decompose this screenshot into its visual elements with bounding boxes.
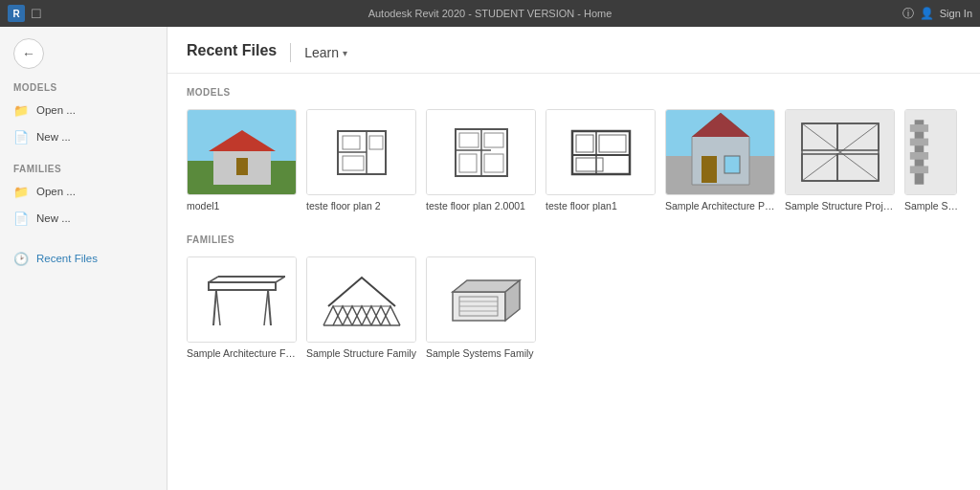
triangle-thumbnail — [307, 257, 415, 342]
models-section-header: MODELS — [187, 87, 961, 98]
box-thumbnail — [427, 257, 535, 342]
learn-chevron-icon: ▾ — [343, 48, 347, 58]
structure-svg — [797, 114, 883, 190]
content-area: Recent Files Learn ▾ MODELS — [167, 27, 980, 490]
new-families-icon: 📄 — [13, 211, 29, 226]
svg-rect-18 — [576, 158, 603, 171]
model-card-system[interactable]: Sample System... — [904, 109, 961, 213]
titlebar-right: ⓘ 👤 Sign In — [902, 6, 972, 22]
model-card-floorplan1[interactable]: teste floor plan1 — [546, 109, 656, 213]
family-thumb-arch — [187, 256, 297, 343]
svg-rect-33 — [910, 152, 928, 160]
card-label: teste floor plan 2.0001 — [426, 200, 536, 213]
card-label: teste floor plan 2 — [306, 200, 416, 213]
card-label: model1 — [187, 200, 297, 213]
card-label: teste floor plan1 — [546, 200, 656, 213]
house-door — [236, 158, 248, 175]
back-button[interactable]: ← — [13, 38, 44, 69]
family-card-structure[interactable]: Sample Structure Family — [306, 256, 416, 361]
svg-rect-9 — [459, 133, 479, 147]
sidebar-models-new[interactable]: 📄 New ... — [0, 123, 167, 150]
house-roof — [209, 130, 276, 151]
svg-rect-16 — [576, 135, 593, 152]
svg-line-38 — [216, 290, 220, 325]
titlebar: R ☐ Autodesk Revit 2020 - STUDENT VERSIO… — [0, 0, 980, 27]
families-section-header: FAMILIES — [187, 234, 961, 245]
recent-files-tab[interactable]: Recent Files — [187, 42, 277, 63]
family-card-label: Sample Structure Family — [306, 347, 416, 361]
svg-rect-10 — [484, 133, 503, 147]
sign-in-button[interactable]: Sign In — [940, 8, 972, 19]
card-thumb-structure — [785, 109, 895, 195]
recent-files-icon: 🕑 — [13, 251, 29, 266]
svg-rect-3 — [343, 136, 360, 149]
svg-line-39 — [264, 290, 268, 325]
folder-open-families-icon: 📁 — [13, 184, 29, 199]
sidebar-divider-2 — [0, 232, 167, 245]
titlebar-icons: ☐ — [31, 7, 42, 21]
arch-svg — [682, 109, 759, 194]
card-thumb-model1 — [187, 109, 297, 195]
folder-open-icon: 📁 — [13, 102, 29, 118]
floorplan-thumbnail — [307, 110, 415, 194]
card-thumb-system — [904, 109, 957, 195]
svg-line-37 — [268, 290, 271, 325]
box-svg — [438, 263, 524, 335]
sidebar-recent-files[interactable]: 🕑 Recent Files — [0, 245, 167, 272]
family-card-arch[interactable]: Sample Architecture Family — [187, 256, 297, 361]
svg-rect-29 — [837, 154, 879, 181]
sidebar-families-new[interactable]: 📄 New ... — [0, 205, 167, 232]
card-label: Sample System... — [904, 200, 961, 213]
models-section: MODELS model1 — [167, 74, 980, 221]
model-card-floorplan20001[interactable]: teste floor plan 2.0001 — [426, 109, 536, 213]
svg-rect-5 — [343, 156, 364, 170]
info-icon: ⓘ — [902, 6, 914, 22]
model-card-arch[interactable]: Sample Architecture Project — [665, 109, 775, 213]
titlebar-title: Autodesk Revit 2020 - STUDENT VERSION - … — [368, 8, 612, 19]
model-card-floorplan2[interactable]: teste floor plan 2 — [306, 109, 416, 213]
app-logo: R — [8, 5, 25, 22]
app-container: ← MODELS 📁 Open ... 📄 New ... FAMILIES 📁… — [0, 27, 980, 490]
svg-rect-21 — [724, 156, 740, 173]
content-header: Recent Files Learn ▾ — [167, 27, 980, 74]
sidebar: ← MODELS 📁 Open ... 📄 New ... FAMILIES 📁… — [0, 27, 167, 490]
families-section: FAMILIES — [167, 221, 980, 368]
triangles-svg — [319, 263, 405, 335]
structure-thumbnail — [786, 110, 894, 194]
card-thumb-floorplan1 — [546, 109, 656, 195]
families-section-title: FAMILIES — [0, 164, 167, 174]
user-icon: 👤 — [920, 7, 934, 20]
floorplan1-thumbnail — [546, 110, 655, 194]
family-card-systems[interactable]: Sample Systems Family — [426, 256, 536, 361]
house-thumbnail — [188, 110, 296, 194]
sidebar-families-open[interactable]: 📁 Open ... — [0, 178, 167, 205]
floorplan2-svg — [448, 122, 515, 184]
learn-tab[interactable]: Learn ▾ — [304, 45, 347, 60]
family-card-label: Sample Architecture Family — [187, 347, 297, 361]
floorplan2-thumbnail — [427, 110, 535, 194]
svg-rect-4 — [369, 136, 383, 149]
card-thumb-floorplan20001 — [426, 109, 536, 195]
model-card-structure[interactable]: Sample Structure Project — [785, 109, 895, 213]
sidebar-models-open[interactable]: 📁 Open ... — [0, 97, 167, 123]
models-section-title: MODELS — [0, 82, 167, 93]
svg-rect-32 — [910, 139, 928, 146]
svg-rect-12 — [484, 154, 503, 172]
svg-rect-31 — [910, 124, 928, 132]
svg-rect-11 — [459, 154, 477, 172]
table-svg — [199, 263, 285, 335]
titlebar-left: R ☐ — [8, 5, 42, 22]
model-card-model1[interactable]: model1 — [187, 109, 297, 213]
models-cards-grid: model1 — [187, 109, 961, 213]
family-card-label: Sample Systems Family — [426, 347, 536, 361]
quick-access-icon[interactable]: ☐ — [31, 7, 42, 21]
floorplan1-svg — [568, 122, 635, 184]
svg-rect-34 — [910, 166, 928, 173]
house-body — [213, 151, 271, 185]
card-thumb-floorplan2 — [306, 109, 416, 195]
system-thumbnail — [905, 110, 956, 194]
table-thumbnail — [188, 257, 296, 342]
sidebar-divider — [0, 150, 167, 164]
card-thumb-arch — [665, 109, 775, 195]
svg-rect-17 — [599, 135, 626, 152]
